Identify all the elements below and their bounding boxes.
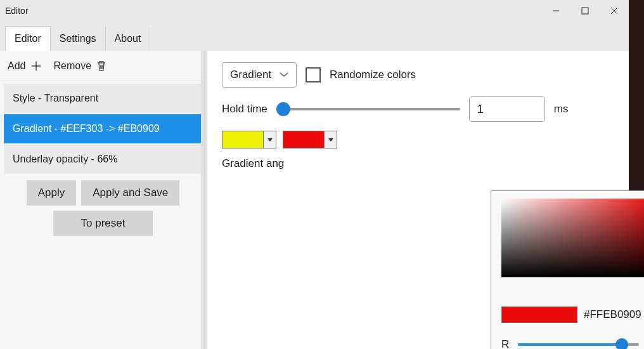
gradient-angle-label: Gradient ang — [222, 157, 284, 170]
editor-content: Gradient Randomize colors Hold time 1 ms — [207, 51, 629, 349]
gradient-swatch-1-dropdown[interactable] — [264, 131, 276, 148]
saturation-value-area[interactable] — [501, 199, 644, 277]
slider-thumb[interactable] — [276, 102, 290, 116]
hold-time-slider[interactable] — [276, 108, 460, 110]
r-channel-row: R 235 — [501, 336, 644, 349]
tab-about[interactable]: About — [106, 27, 151, 51]
to-preset-button[interactable]: To preset — [53, 211, 153, 236]
sidebar-toolbar: Add Remove — [0, 51, 206, 81]
trash-icon — [96, 60, 106, 72]
randomize-checkbox[interactable] — [306, 67, 321, 82]
sidebar: Add Remove Style - Transparent Gradient … — [0, 51, 207, 349]
tab-bar: Editor Settings About — [0, 22, 629, 51]
close-button[interactable] — [600, 0, 629, 22]
svg-rect-1 — [582, 8, 588, 14]
r-slider[interactable] — [518, 343, 639, 346]
r-label: R — [501, 338, 512, 349]
titlebar: Editor — [0, 0, 629, 22]
add-button[interactable]: Add — [8, 60, 42, 72]
gradient-swatch-1[interactable] — [222, 131, 264, 148]
sidebar-scrollbar[interactable] — [201, 51, 206, 349]
list-item[interactable]: Gradient - #EEF303 -> #EB0909 — [4, 114, 202, 143]
apply-save-button[interactable]: Apply and Save — [81, 180, 179, 206]
apply-button-row: Apply Apply and Save — [0, 180, 206, 206]
effect-list: Style - Transparent Gradient - #EEF303 -… — [0, 81, 206, 174]
mode-value: Gradient — [230, 69, 271, 81]
apply-button[interactable]: Apply — [27, 180, 77, 206]
color-hex-value: #FFEB0909 — [584, 308, 641, 321]
tab-settings[interactable]: Settings — [51, 27, 106, 51]
gradient-swatches — [222, 131, 337, 148]
chevron-down-icon — [280, 72, 288, 77]
minimize-button[interactable] — [541, 0, 570, 22]
gradient-swatch-2-dropdown[interactable] — [325, 131, 337, 148]
mode-dropdown[interactable]: Gradient — [222, 62, 297, 88]
hold-time-input[interactable]: 1 — [469, 96, 545, 122]
color-preview — [501, 306, 577, 323]
window-buttons — [541, 0, 629, 22]
hold-time-label: Hold time — [222, 103, 267, 115]
randomize-label: Randomize colors — [330, 69, 416, 81]
color-picker-popup: #FFEB0909 R 235 — [491, 190, 644, 349]
list-item[interactable]: Style - Transparent — [4, 84, 202, 113]
tab-editor[interactable]: Editor — [5, 26, 51, 51]
slider-thumb[interactable] — [615, 338, 628, 349]
gradient-swatch-2[interactable] — [283, 131, 325, 148]
hold-time-unit: ms — [554, 103, 569, 115]
add-label: Add — [8, 60, 25, 72]
main-area: Add Remove Style - Transparent Gradient … — [0, 51, 629, 349]
list-item[interactable]: Underlay opacity - 66% — [4, 145, 202, 174]
remove-label: Remove — [53, 60, 91, 72]
window-title: Editor — [5, 6, 29, 16]
plus-icon — [30, 60, 42, 72]
remove-button[interactable]: Remove — [53, 60, 106, 72]
maximize-button[interactable] — [570, 0, 600, 22]
app-window: Editor Editor Settings About Add — [0, 0, 629, 349]
